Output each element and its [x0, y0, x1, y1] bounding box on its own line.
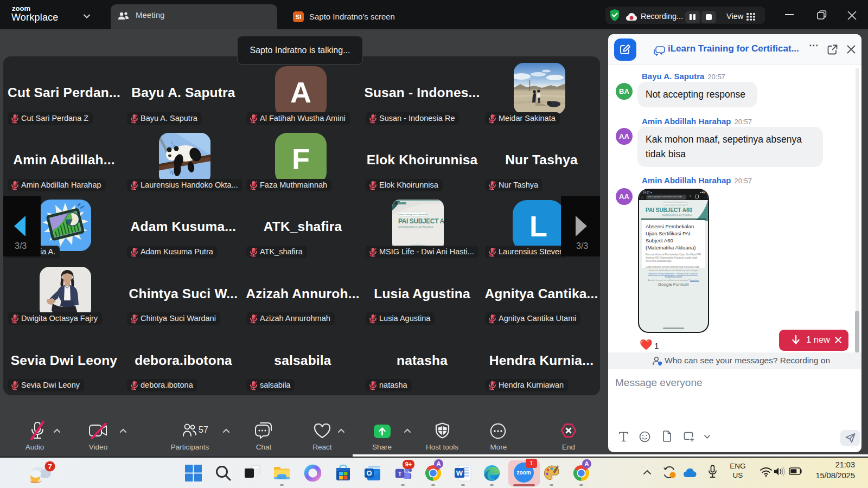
svg-text:O: O: [366, 469, 372, 477]
svg-text:7: 7: [48, 463, 52, 471]
svg-text:T: T: [398, 471, 402, 477]
svg-text:W: W: [456, 469, 463, 477]
svg-text:MATEMATIKA AKTUARIA: MATEMATIKA AKTUARIA: [398, 226, 433, 229]
svg-text:iLearn Training for Certificat: iLearn Training for Certification: [398, 214, 427, 216]
svg-text:PAI SUBJECT A60: PAI SUBJECT A60: [398, 217, 444, 225]
